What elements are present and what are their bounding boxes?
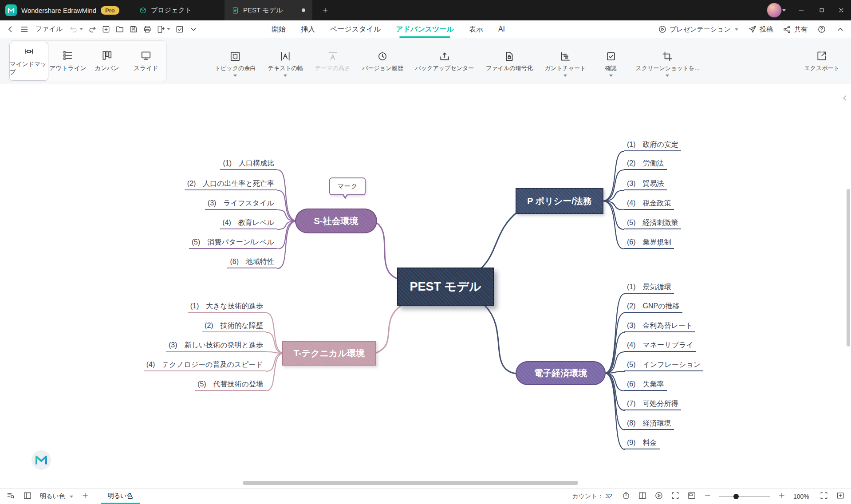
select-caret-icon: [70, 496, 73, 498]
menu-advanced-tools[interactable]: アドバンスツール: [396, 20, 454, 38]
mindmap-subtopic[interactable]: (2) 技術的な障壁: [202, 320, 266, 332]
presentation-button[interactable]: プレゼンテーション: [658, 25, 738, 34]
mindmap-subtopic[interactable]: (2) GNPの推移: [624, 300, 682, 313]
branch-policy[interactable]: P ポリシー/法務: [516, 188, 603, 214]
layout-button[interactable]: [638, 491, 647, 502]
collapse-ribbon-button[interactable]: [836, 25, 845, 34]
zoom-out-button[interactable]: [704, 492, 712, 501]
split-view-button[interactable]: [23, 491, 32, 502]
menu-ai[interactable]: AI: [498, 20, 505, 38]
fullscreen-button[interactable]: [819, 491, 828, 502]
mindmap-subtopic[interactable]: (3) 貿易法: [624, 178, 667, 190]
mindmap-subtopic[interactable]: (5) 経済刺激策: [624, 217, 681, 229]
mindmap-subtopic[interactable]: (5) 消費パターン/レベル: [189, 236, 277, 249]
menu-page-style[interactable]: ページスタイル: [330, 20, 381, 38]
zoom-slider[interactable]: [719, 493, 770, 500]
open-file-button[interactable]: [115, 25, 124, 34]
mindmap-subtopic[interactable]: (4) テクノロジーの普及のスピード: [144, 359, 266, 371]
mindmap-subtopic[interactable]: (3) 金利為替レート: [624, 320, 695, 332]
file-menu[interactable]: ファイル: [35, 25, 63, 33]
user-avatar[interactable]: [767, 3, 782, 18]
fit-window-button[interactable]: [836, 491, 845, 502]
page-tab-active[interactable]: 明るい色: [101, 489, 140, 504]
back-button[interactable]: [6, 25, 15, 34]
tool-gantt-chart[interactable]: ガントチャート: [545, 45, 586, 77]
menu-insert[interactable]: 挿入: [301, 20, 315, 38]
main-menu-button[interactable]: [20, 25, 29, 34]
right-panel-toggle[interactable]: [841, 94, 849, 104]
tool-check[interactable]: 確認: [598, 45, 624, 77]
page-list-button[interactable]: [6, 491, 15, 502]
mindmap-subtopic[interactable]: (1) 景気循環: [624, 281, 674, 294]
mindmap-subtopic[interactable]: (3) 新しい技術の発明と進歩: [166, 339, 266, 352]
close-button[interactable]: [831, 0, 851, 20]
branch-technical[interactable]: T-テクニカル環境: [282, 341, 376, 366]
new-tab-button[interactable]: [319, 4, 332, 17]
mindmap-subtopic[interactable]: (7) 可処分所得: [624, 398, 681, 410]
view-kanban-button[interactable]: カンバン: [87, 42, 126, 81]
minimize-button[interactable]: [792, 0, 811, 20]
tool-screenshot[interactable]: スクリーンショットを...: [636, 45, 700, 77]
tab-pest-model-active[interactable]: PEST モデル: [225, 0, 312, 20]
mindmap-subtopic[interactable]: (2) 人口の出生率と死亡率: [185, 178, 277, 190]
print-button[interactable]: [143, 25, 152, 34]
mindmap-subtopic[interactable]: (1) 政府の安定: [624, 139, 681, 151]
mindmap-subtopic[interactable]: (6) 失業率: [624, 378, 667, 391]
mindmap-subtopic[interactable]: (8) 経済環境: [624, 417, 674, 430]
branch-social[interactable]: S-社会環境: [295, 209, 377, 233]
mindmap-subtopic[interactable]: (1) 大きな技術的進歩: [188, 300, 266, 313]
view-slide-button[interactable]: スライド: [126, 42, 165, 81]
focus-mode-button[interactable]: [671, 491, 680, 502]
tool-text-width[interactable]: テキストの幅: [268, 45, 303, 77]
undo-button[interactable]: [69, 25, 83, 34]
outline-view-icon: [62, 50, 74, 61]
mindmap-subtopic[interactable]: (4) 教育レベル: [220, 217, 277, 229]
mindmap-subtopic[interactable]: (6) 地域特性: [227, 256, 277, 268]
view-mindmap-button[interactable]: マインドマップ: [9, 42, 48, 81]
mindmap-subtopic[interactable]: (9) 料金: [624, 437, 660, 449]
zoom-knob[interactable]: [733, 494, 739, 499]
callout-mark[interactable]: マーク: [329, 177, 366, 195]
tool-file-encryption[interactable]: ファイルの暗号化: [486, 45, 533, 72]
mindmap-subtopic[interactable]: (5) 代替技術の登場: [195, 378, 266, 391]
zoom-level[interactable]: 100%: [793, 493, 812, 500]
horizontal-scrollbar[interactable]: [243, 481, 578, 485]
view-outline-button[interactable]: アウトライン: [48, 42, 87, 81]
share-button[interactable]: 共有: [783, 25, 808, 34]
mindmap-subtopic[interactable]: (1) 人口構成比: [220, 158, 277, 170]
branch-economy[interactable]: 電子経済環境: [516, 361, 606, 385]
central-topic[interactable]: PEST モデル: [397, 268, 494, 306]
presentation-play-button[interactable]: [654, 491, 663, 502]
theme-style-select[interactable]: 明るい色: [40, 492, 73, 500]
menu-start[interactable]: 開始: [272, 20, 286, 38]
save-button[interactable]: [129, 25, 138, 34]
vertical-scrollbar[interactable]: [847, 189, 850, 346]
tab-projects[interactable]: プロジェクト: [132, 0, 199, 20]
insert-topic-button[interactable]: [102, 25, 110, 34]
menu-view[interactable]: 表示: [469, 20, 483, 38]
mindmap-subtopic[interactable]: (2) 労働法: [624, 158, 667, 170]
export-button[interactable]: エクスポート: [804, 50, 839, 72]
mindmap-subtopic[interactable]: (6) 業界規制: [624, 236, 674, 249]
tool-backup-center[interactable]: バックアップセンター: [415, 45, 474, 72]
maximize-button[interactable]: [812, 0, 831, 20]
more-tools-button[interactable]: [189, 25, 198, 34]
redo-button[interactable]: [88, 25, 97, 34]
add-page-button[interactable]: [81, 492, 89, 501]
tool-topic-margin[interactable]: トピックの余白: [215, 45, 256, 77]
timer-button[interactable]: [622, 491, 630, 502]
mindmap-subtopic[interactable]: (4) 税金政策: [624, 197, 674, 210]
tool-version-history[interactable]: バージョン履歴: [362, 45, 403, 72]
mindmap-subtopic[interactable]: (5) インフレーション: [624, 359, 703, 371]
app-name: Wondershare EdrawMind: [21, 7, 96, 14]
proof-button[interactable]: [175, 25, 184, 34]
share-file-button[interactable]: [157, 25, 170, 34]
tab-label: プロジェクト: [151, 6, 192, 15]
overview-map-button[interactable]: [687, 491, 696, 502]
publish-button[interactable]: 投稿: [748, 25, 773, 34]
zoom-in-button[interactable]: [778, 492, 786, 501]
mindmap-subtopic[interactable]: (4) マネーサプライ: [624, 339, 696, 352]
mindmap-canvas[interactable]: PEST モデル S-社会環境 P ポリシー/法務 T-テクニカル環境 電子経済…: [0, 84, 851, 488]
mindmap-subtopic[interactable]: (3) ライフスタイル: [205, 197, 277, 210]
help-button[interactable]: [817, 25, 826, 34]
